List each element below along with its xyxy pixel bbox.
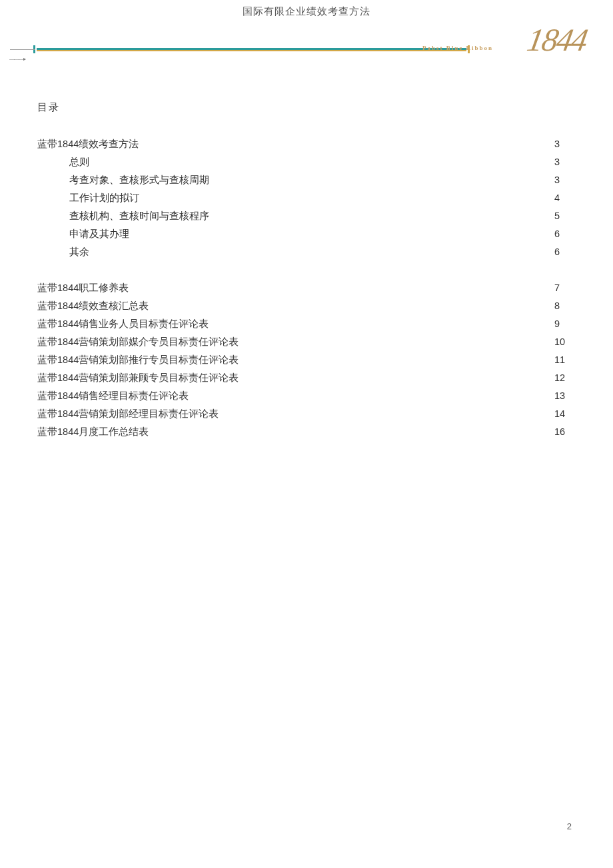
toc-entry-title: 工作计划的拟订 [69,189,549,207]
toc-entry-page: 7 [549,279,576,297]
toc-entry: 蓝带1844绩效查核汇总表 8 [37,297,576,315]
toc-entry-title: 申请及其办理 [69,225,549,243]
toc-entry-page: 3 [549,171,576,189]
toc-entry: 蓝带1844销售业务人员目标责任评论表 9 [37,315,576,333]
toc-heading: 目录 [37,101,576,114]
toc-entry-title: 考查对象、查核形式与查核周期 [69,171,549,189]
toc-entry-title: 蓝带1844营销策划部经理目标责任评论表 [37,405,549,423]
toc-entry-page: 12 [549,369,576,387]
toc-entry: 申请及其办理 6 [37,225,576,243]
toc-entry-page: 6 [549,243,576,261]
toc-entry-page: 6 [549,225,576,243]
toc-entry-title: 蓝带1844绩效查核汇总表 [37,297,549,315]
toc-entry-page: 11 [549,351,576,369]
toc-entry-title: 蓝带1844营销策划部兼顾专员目标责任评论表 [37,369,549,387]
toc-entry-title: 蓝带1844月度工作总结表 [37,423,549,441]
toc-entry-page: 16 [549,423,576,441]
toc-entry: 蓝带1844营销策划部经理目标责任评论表 14 [37,405,576,423]
header-divider: ———▸ Pabst Blue Ribbon 1844 [0,41,613,75]
toc-entry-title: 查核机构、查核时间与查核程序 [69,207,549,225]
toc-entry-title: 总则 [69,153,549,171]
toc-entry: 其余 6 [37,243,576,261]
toc-entry: 蓝带1844月度工作总结表 16 [37,423,576,441]
page-number: 2 [567,821,572,831]
toc-entry-title: 蓝带1844营销策划部推行专员目标责任评论表 [37,351,549,369]
bar-arrow-icon: ———▸ [9,56,25,62]
toc-entry-title: 蓝带1844销售经理目标责任评论表 [37,387,549,405]
toc-entry-page: 8 [549,297,576,315]
brand-logo-1844: 1844 [524,21,590,58]
toc-entry-page: 9 [549,315,576,333]
toc-entry: 查核机构、查核时间与查核程序 5 [37,207,576,225]
toc-entry: 考查对象、查核形式与查核周期 3 [37,171,576,189]
toc-entry-title: 其余 [69,243,549,261]
toc-entry-page: 3 [549,135,576,153]
toc-entry-title: 蓝带1844销售业务人员目标责任评论表 [37,315,549,333]
toc-entry-title: 蓝带1844营销策划部媒介专员目标责任评论表 [37,333,549,351]
toc-entry-page: 10 [549,333,576,351]
toc-entry: 蓝带1844绩效考查方法 3 [37,135,576,153]
toc-entry-page: 14 [549,405,576,423]
toc-entry-title: 蓝带1844绩效考查方法 [37,135,549,153]
toc-entry-page: 5 [549,207,576,225]
toc-entry: 蓝带1844营销策划部兼顾专员目标责任评论表 12 [37,369,576,387]
bar-line [37,48,466,51]
toc-entry: 蓝带1844职工修养表 7 [37,279,576,297]
toc-entry: 蓝带1844销售经理目标责任评论表 13 [37,387,576,405]
brand-text: Pabst Blue Ribbon [422,45,493,51]
toc-entry-page: 4 [549,189,576,207]
toc-entry-title: 蓝带1844职工修养表 [37,279,549,297]
toc-content: 目录 蓝带1844绩效考查方法 3 总则 3 考查对象、查核形式与查核周期 3 … [0,75,613,441]
toc-entry-page: 13 [549,387,576,405]
toc-entry: 工作计划的拟订 4 [37,189,576,207]
toc-entry: 总则 3 [37,153,576,171]
toc-spacer [37,261,576,279]
toc-entry: 蓝带1844营销策划部推行专员目标责任评论表 11 [37,351,576,369]
toc-entry: 蓝带1844营销策划部媒介专员目标责任评论表 10 [37,333,576,351]
document-header-title: 国际有限企业绩效考查方法 [0,0,613,18]
toc-entry-page: 3 [549,153,576,171]
